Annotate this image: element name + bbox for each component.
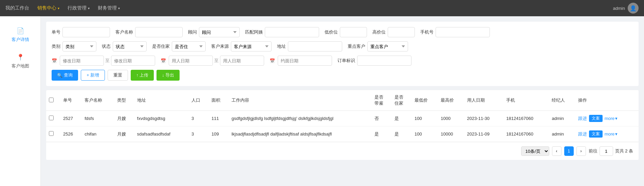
date-range-yongren: 至 bbox=[169, 56, 264, 66]
cell-name: chifan bbox=[82, 126, 114, 142]
col-actions: 操作 bbox=[575, 90, 639, 111]
input-yuemian[interactable] bbox=[278, 56, 332, 66]
calendar-icon: 📅 bbox=[52, 58, 57, 63]
nav-admin[interactable]: 行政管理 ▾ bbox=[68, 5, 90, 11]
upload-button[interactable]: ↑ 上传 bbox=[131, 70, 154, 81]
chevron-down-icon: ▾ bbox=[118, 6, 120, 10]
filter-shifou-zhujia: 是否住家 是否住 bbox=[152, 41, 206, 51]
cell-work: gsdfgdsfjlgjdlsfg lsdfgljtfdsgjdlfsjg' d… bbox=[229, 111, 372, 126]
cell-id: 2527 bbox=[60, 111, 82, 126]
col-zhujia: 是否住家 bbox=[392, 90, 412, 111]
input-kehumingcheng[interactable] bbox=[135, 27, 183, 37]
action-genjin[interactable]: 跟进 bbox=[578, 116, 587, 122]
table-area: 单号 客户名称 类型 地址 人口 面积 工作内容 是否带雇 是否住家 最低价 最… bbox=[46, 90, 639, 160]
page-jump-input[interactable] bbox=[600, 146, 613, 156]
label-zhuangtai: 状态 bbox=[102, 43, 111, 49]
cell-zhujia: 是 bbox=[392, 111, 412, 126]
label-low-price: 低价位 bbox=[325, 29, 338, 35]
query-button[interactable]: 🔍 查询 bbox=[52, 70, 78, 81]
nav-sales[interactable]: 销售中心 ▾ bbox=[37, 5, 59, 11]
input-xiugai-end[interactable] bbox=[111, 56, 155, 66]
input-xiugai-start[interactable] bbox=[60, 56, 104, 66]
input-pipei[interactable] bbox=[265, 27, 319, 37]
cell-userdate: 2023-11-09 bbox=[464, 126, 504, 142]
filter-pipei: 匹配阿姨 bbox=[245, 27, 319, 37]
label-kehumingcheng: 客户名称 bbox=[115, 29, 133, 35]
select-zhuangtai[interactable]: 状态 bbox=[113, 41, 147, 51]
customer-table: 单号 客户名称 类型 地址 人口 面积 工作内容 是否带雇 是否住家 最低价 最… bbox=[46, 90, 639, 142]
input-yongren-start[interactable] bbox=[169, 56, 213, 66]
input-dizhi[interactable] bbox=[288, 41, 342, 51]
add-button[interactable]: + 新增 bbox=[81, 70, 105, 81]
label-high-price: 高价位 bbox=[372, 29, 386, 35]
total-label: 页共 2 条 bbox=[615, 148, 633, 154]
cell-address: sdafsadfasdfsdaf bbox=[134, 126, 189, 142]
action-more[interactable]: more ▾ bbox=[605, 116, 618, 121]
username: admin bbox=[613, 6, 625, 11]
filter-leibie: 类别 类别 bbox=[52, 41, 96, 51]
user-area: admin 👤 bbox=[613, 3, 639, 14]
cell-agent: admin bbox=[549, 126, 575, 142]
row-checkbox-1[interactable] bbox=[49, 131, 54, 136]
input-high-price[interactable] bbox=[388, 27, 415, 37]
label-shifou-zhujia: 是否住家 bbox=[152, 43, 170, 49]
filter-phone: 手机号 bbox=[420, 27, 490, 37]
filter-row-1: 单号 客户名称 顾问 顾问 匹配阿姨 低价 bbox=[52, 27, 633, 37]
select-leibie[interactable]: 类别 bbox=[62, 41, 96, 51]
input-phone[interactable] bbox=[436, 27, 490, 37]
page-size-select[interactable]: 10条/页 20条/页 50条/页 bbox=[521, 146, 549, 156]
action-genjin[interactable]: 跟进 bbox=[578, 131, 587, 137]
label-guwen: 顾问 bbox=[188, 29, 197, 35]
next-page-button[interactable]: › bbox=[576, 146, 586, 156]
filter-yuemian-riqi: 📅 bbox=[270, 56, 332, 66]
calendar-icon-3: 📅 bbox=[270, 58, 275, 63]
select-shifou-zhujia[interactable]: 是否住 bbox=[172, 41, 206, 51]
nav-finance[interactable]: 财务管理 ▾ bbox=[98, 5, 120, 11]
prev-page-button[interactable]: ‹ bbox=[552, 146, 562, 156]
nav-workbench[interactable]: 我的工作台 bbox=[5, 5, 29, 11]
button-area: 🔍 查询 + 新增 重置 ↑ 上传 ↓ 导出 bbox=[52, 70, 633, 81]
page-1-button[interactable]: 1 bbox=[564, 146, 574, 156]
export-button[interactable]: ↓ 导出 bbox=[157, 70, 180, 81]
label-dingdan: 订单标识 bbox=[337, 58, 355, 64]
filter-kehumingcheng: 客户名称 bbox=[115, 27, 183, 37]
reset-button[interactable]: 重置 bbox=[108, 70, 128, 81]
cell-population: 3 bbox=[189, 126, 209, 142]
row-checkbox-0[interactable] bbox=[49, 116, 54, 120]
action-wean[interactable]: 文案 bbox=[589, 115, 603, 122]
sidebar-label-customer-map: 客户地图 bbox=[12, 63, 29, 69]
filter-danghao: 单号 bbox=[52, 27, 110, 37]
select-zhongdian-kehu[interactable]: 重点客户 bbox=[367, 41, 408, 51]
select-guwen[interactable]: 顾问 bbox=[199, 27, 240, 37]
input-low-price[interactable] bbox=[340, 27, 367, 37]
cell-area: 109 bbox=[209, 126, 229, 142]
select-kehu-laiyuan[interactable]: 客户来源 bbox=[231, 41, 272, 51]
cell-actions: 跟进 文案 more ▾ bbox=[578, 115, 636, 122]
cell-agent: admin bbox=[549, 111, 575, 126]
table-header-row: 单号 客户名称 类型 地址 人口 面积 工作内容 是否带雇 是否住家 最低价 最… bbox=[46, 90, 639, 111]
col-address: 地址 bbox=[134, 90, 189, 111]
cell-phone: 18124167060 bbox=[503, 111, 549, 126]
select-all-checkbox[interactable] bbox=[49, 98, 54, 102]
input-dingdan[interactable] bbox=[357, 56, 411, 66]
search-icon: 🔍 bbox=[57, 73, 62, 78]
page-info: 前往 页共 2 条 bbox=[589, 146, 633, 156]
label-pipei: 匹配阿姨 bbox=[245, 29, 263, 35]
col-work: 工作内容 bbox=[229, 90, 372, 111]
action-more[interactable]: more ▾ bbox=[605, 131, 618, 137]
cell-zhujia: 是 bbox=[392, 126, 412, 142]
sidebar-item-customer-detail[interactable]: 📄 客户详情 bbox=[0, 22, 40, 48]
label-danghao: 单号 bbox=[52, 29, 60, 35]
map-icon: 📍 bbox=[17, 54, 24, 61]
action-wean[interactable]: 文案 bbox=[589, 130, 603, 138]
date-sep-yongren: 至 bbox=[214, 58, 219, 64]
filter-yongren-riqi: 📅 至 bbox=[161, 56, 264, 66]
input-yongren-end[interactable] bbox=[220, 56, 264, 66]
cell-address: fxvdsgdsgdtsg bbox=[134, 111, 189, 126]
sidebar-item-customer-map[interactable]: 📍 客户地图 bbox=[0, 48, 40, 75]
col-area: 面积 bbox=[209, 90, 229, 111]
cell-maxprice: 1000 bbox=[438, 111, 464, 126]
input-danghao[interactable] bbox=[62, 27, 110, 37]
filter-area: 单号 客户名称 顾问 顾问 匹配阿姨 低价 bbox=[46, 22, 639, 86]
date-sep-xiugai: 至 bbox=[105, 58, 110, 64]
